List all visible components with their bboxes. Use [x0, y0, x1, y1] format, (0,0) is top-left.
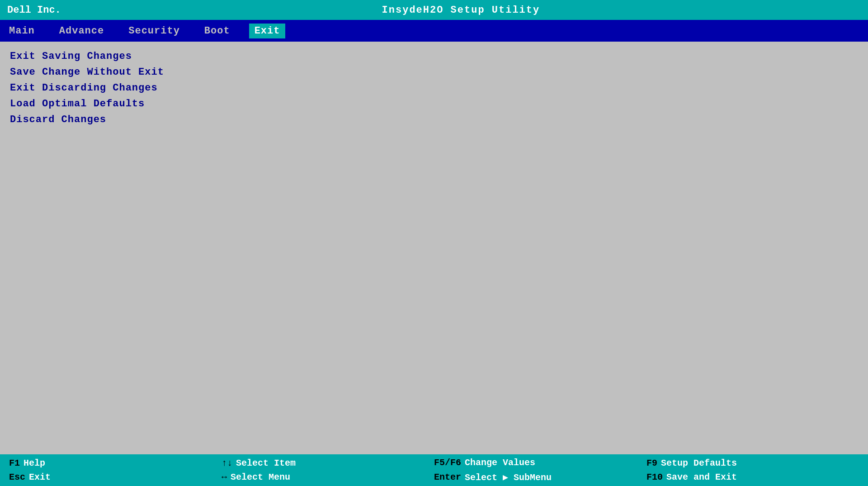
footer-f1-row: F1 Help — [9, 458, 45, 468]
option-exit-discarding-changes[interactable]: Exit Discarding Changes — [7, 81, 861, 95]
footer-f10-key: F10 — [646, 472, 663, 482]
footer-lr-key: ↔ — [222, 472, 227, 482]
menu-item-advance[interactable]: Advance — [54, 24, 109, 38]
footer-f1-key: F1 — [9, 458, 20, 468]
menu-bar: Main Advance Security Boot Exit — [0, 20, 868, 42]
option-save-change-without-exit[interactable]: Save Change Without Exit — [7, 65, 861, 80]
footer-f5f6-key: F5/F6 — [434, 457, 461, 468]
footer-select-item-desc: Select Item — [236, 458, 296, 468]
footer-submenu-desc: Select ▶ SubMenu — [465, 472, 552, 483]
footer-exit-desc: Exit — [29, 472, 51, 482]
app-title: InsydeH2O Setup Utility — [61, 5, 861, 16]
footer: F1 Help Esc Exit ↑↓ Select Item ↔ Select… — [0, 454, 868, 486]
menu-item-exit[interactable]: Exit — [249, 24, 286, 38]
footer-f9-key: F9 — [646, 458, 657, 468]
option-discard-changes[interactable]: Discard Changes — [7, 112, 861, 127]
footer-esc-key: Esc — [9, 472, 25, 482]
footer-updown-key: ↑↓ — [222, 458, 232, 468]
footer-save-exit-desc: Save and Exit — [666, 472, 737, 482]
footer-lr-arrows-row: ↔ Select Menu — [222, 472, 290, 482]
vendor-name: Dell Inc. — [7, 5, 61, 16]
footer-f10-row: F10 Save and Exit — [646, 472, 737, 482]
menu-item-boot[interactable]: Boot — [199, 24, 236, 38]
footer-help-desc: Help — [24, 458, 45, 468]
footer-f5f6-row: F5/F6 Change Values — [434, 457, 535, 468]
footer-arrows-row: ↑↓ Select Item — [222, 458, 296, 468]
footer-select-menu-desc: Select Menu — [231, 472, 290, 482]
footer-enter-row: Enter Select ▶ SubMenu — [434, 472, 552, 483]
menu-item-main[interactable]: Main — [4, 24, 40, 38]
footer-setup-defaults-desc: Setup Defaults — [661, 458, 737, 468]
content-area: Exit Saving Changes Save Change Without … — [0, 42, 868, 454]
menu-item-security[interactable]: Security — [123, 24, 185, 38]
option-load-optimal-defaults[interactable]: Load Optimal Defaults — [7, 96, 861, 111]
footer-esc-row: Esc Exit — [9, 472, 51, 482]
option-exit-saving-changes[interactable]: Exit Saving Changes — [7, 49, 861, 64]
footer-enter-key: Enter — [434, 472, 461, 482]
footer-f9-row: F9 Setup Defaults — [646, 458, 737, 468]
footer-change-values-desc: Change Values — [465, 457, 535, 468]
